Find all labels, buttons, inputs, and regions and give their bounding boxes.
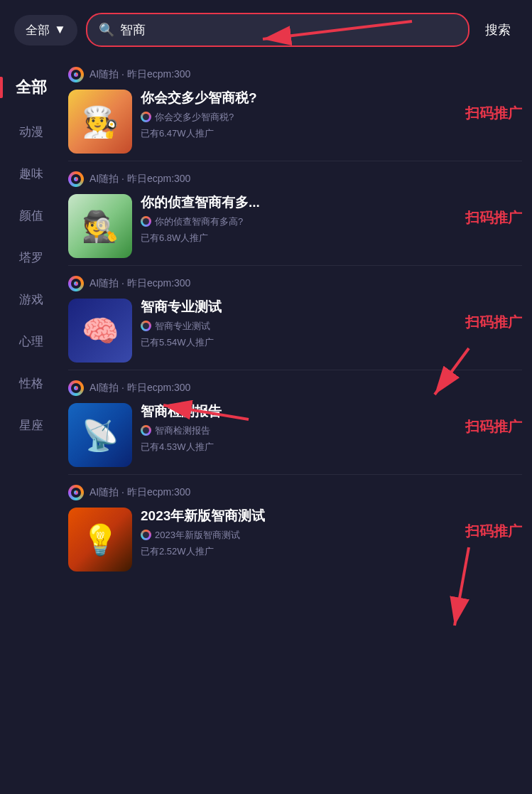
dropdown-arrow-icon: ▼ [54, 23, 66, 37]
source-icon [68, 485, 84, 500]
source-line: AI随拍 · 昨日ecpm:300 [68, 171, 522, 187]
thumbnail-image: 💡 [68, 508, 132, 572]
subtitle-icon [141, 530, 151, 540]
list-item: AI随拍 · 昨日ecpm:300 📡 智商检测报告 智商检测报告 已有4.53… [68, 370, 522, 475]
sidebar-item-psych[interactable]: 心理 [0, 321, 63, 363]
subtitle-icon [141, 112, 151, 122]
item-subtitle-text: 你会交多少智商税? [155, 111, 234, 124]
source-line: AI随拍 · 昨日ecpm:300 [68, 380, 522, 396]
item-row: 📡 智商检测报告 智商检测报告 已有4.53W人推广 扫码推广 [68, 403, 522, 467]
subtitle-icon [141, 425, 151, 436]
item-row: 💡 2023年新版智商测试 2023年新版智商测试 已有2.52W人推广 扫码推… [68, 508, 522, 572]
sidebar-item-tarot[interactable]: 塔罗 [0, 237, 63, 279]
category-label: 全部 [26, 22, 50, 38]
category-selector[interactable]: 全部 ▼ [14, 15, 77, 45]
sidebar-label-game: 游戏 [19, 293, 43, 306]
thumbnail-image: 🕵️ [68, 194, 132, 258]
sidebar-label-star: 星座 [19, 419, 43, 432]
item-thumbnail: 💡 [68, 508, 132, 572]
item-subtitle-text: 智商专业测试 [155, 320, 210, 333]
subtitle-icon [141, 216, 151, 227]
header: 全部 ▼ 🔍 智商 搜索 [0, 0, 532, 57]
main-layout: 全部 动漫 趣味 颜值 塔罗 游戏 心理 性格 星座 [0, 57, 532, 579]
item-thumbnail: 🕵️ [68, 194, 132, 258]
subtitle-icon [141, 321, 151, 331]
promote-button[interactable]: 扫码推广 [465, 417, 522, 436]
source-line: AI随拍 · 昨日ecpm:300 [68, 485, 522, 500]
sidebar-label-anime: 动漫 [19, 125, 43, 139]
source-line: AI随拍 · 昨日ecpm:300 [68, 67, 522, 82]
item-count: 已有6.47W人推广 [141, 127, 522, 140]
source-text: AI随拍 · 昨日ecpm:300 [89, 68, 190, 81]
thumbnail-image: 📡 [68, 403, 132, 467]
source-text: AI随拍 · 昨日ecpm:300 [89, 277, 190, 290]
source-icon [68, 276, 84, 291]
item-row: 🧠 智商专业测试 智商专业测试 已有5.54W人推广 扫码推广 [68, 299, 522, 363]
list-item: AI随拍 · 昨日ecpm:300 🕵️ 你的侦查智商有多... 你的侦查智商有… [68, 161, 522, 266]
item-thumbnail: 🧠 [68, 299, 132, 363]
promote-button[interactable]: 扫码推广 [465, 313, 522, 332]
sidebar-label-face: 颜值 [19, 209, 43, 222]
item-count: 已有6.8W人推广 [141, 232, 522, 245]
source-text: AI随拍 · 昨日ecpm:300 [89, 382, 190, 395]
sidebar-label-char: 性格 [19, 377, 43, 390]
search-input[interactable]: 智商 [120, 21, 457, 38]
list-item: AI随拍 · 昨日ecpm:300 💡 2023年新版智商测试 2023年新版智… [68, 475, 522, 579]
source-line: AI随拍 · 昨日ecpm:300 [68, 276, 522, 291]
thumbnail-image: 🧠 [68, 299, 132, 363]
search-box: 🔍 智商 [86, 13, 469, 47]
item-thumbnail: 🧑‍🍳 [68, 90, 132, 154]
item-count: 已有4.53W人推广 [141, 441, 522, 454]
sidebar-item-fun[interactable]: 趣味 [0, 153, 63, 195]
sidebar-label-tarot: 塔罗 [19, 251, 43, 264]
item-count: 已有2.52W人推广 [141, 545, 522, 558]
list-item: AI随拍 · 昨日ecpm:300 🧠 智商专业测试 智商专业测试 已有5.54… [68, 266, 522, 370]
item-count: 已有5.54W人推广 [141, 336, 522, 349]
content-area: AI随拍 · 昨日ecpm:300 🧑‍🍳 你会交多少智商税? 你会交多少智商税… [63, 57, 532, 579]
list-item: AI随拍 · 昨日ecpm:300 🧑‍🍳 你会交多少智商税? 你会交多少智商税… [68, 57, 522, 161]
promote-button[interactable]: 扫码推广 [465, 522, 522, 541]
sidebar-item-face[interactable]: 颜值 [0, 195, 63, 237]
sidebar-label-all: 全部 [16, 78, 47, 96]
sidebar-label-fun: 趣味 [19, 167, 43, 181]
search-button[interactable]: 搜索 [478, 17, 518, 43]
promote-button[interactable]: 扫码推广 [465, 104, 522, 123]
sidebar-item-all[interactable]: 全部 [0, 64, 63, 111]
source-icon [68, 380, 84, 396]
source-text: AI随拍 · 昨日ecpm:300 [89, 486, 190, 499]
item-row: 🧑‍🍳 你会交多少智商税? 你会交多少智商税? 已有6.47W人推广 扫码推广 [68, 90, 522, 154]
sidebar-label-psych: 心理 [19, 335, 43, 348]
sidebar-item-char[interactable]: 性格 [0, 363, 63, 404]
source-icon [68, 67, 84, 82]
item-subtitle-text: 智商检测报告 [155, 424, 210, 437]
sidebar-item-star[interactable]: 星座 [0, 404, 63, 446]
sidebar-item-anime[interactable]: 动漫 [0, 111, 63, 153]
item-subtitle-text: 2023年新版智商测试 [155, 529, 240, 542]
source-icon [68, 171, 84, 187]
thumbnail-image: 🧑‍🍳 [68, 90, 132, 154]
promote-button[interactable]: 扫码推广 [465, 208, 522, 227]
source-text: AI随拍 · 昨日ecpm:300 [89, 173, 190, 186]
sidebar-item-game[interactable]: 游戏 [0, 279, 63, 321]
item-thumbnail: 📡 [68, 403, 132, 467]
item-row: 🕵️ 你的侦查智商有多... 你的侦查智商有多高? 已有6.8W人推广 扫码推广 [68, 194, 522, 258]
sidebar: 全部 动漫 趣味 颜值 塔罗 游戏 心理 性格 星座 [0, 57, 63, 579]
item-subtitle-text: 你的侦查智商有多高? [155, 215, 243, 228]
search-icon: 🔍 [99, 22, 114, 38]
